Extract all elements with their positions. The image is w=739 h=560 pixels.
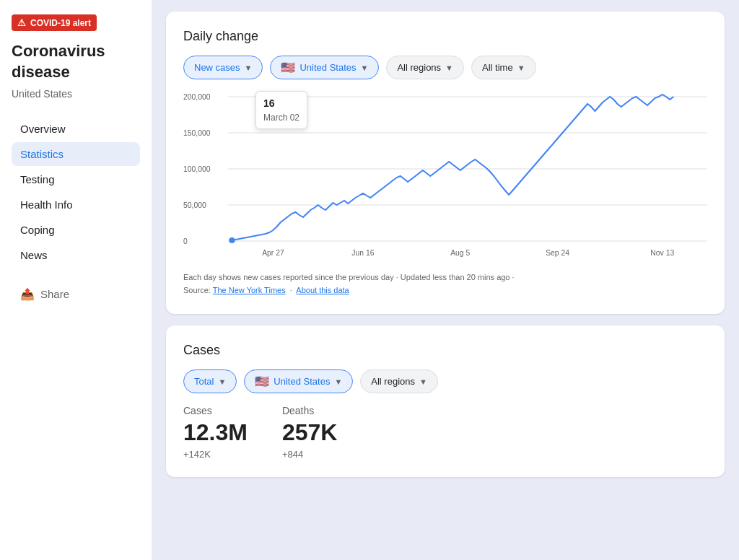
sidebar-subtitle: United States (12, 88, 140, 100)
sidebar-item-testing[interactable]: Testing (12, 167, 140, 191)
covid-alert-badge[interactable]: ⚠ COVID-19 alert (12, 14, 97, 31)
sidebar-item-news[interactable]: News (12, 243, 140, 267)
sidebar-item-overview[interactable]: Overview (12, 117, 140, 141)
region-dropdown-arrow: ▼ (445, 64, 453, 72)
filter-country-btn[interactable]: 🇺🇸 United States ▼ (270, 56, 379, 79)
filter-region-btn[interactable]: All regions ▼ (386, 56, 464, 79)
svg-point-15 (229, 237, 235, 243)
filter-country-label: United States (299, 62, 356, 73)
cases-stats: Cases 12.3M +142K Deaths 257K +844 (183, 405, 707, 460)
sidebar: ⚠ COVID-19 alert Coronavirus disease Uni… (0, 0, 152, 560)
time-dropdown-arrow: ▼ (517, 64, 525, 72)
cases-type-arrow: ▼ (218, 377, 226, 386)
us-flag-icon: 🇺🇸 (281, 61, 295, 74)
filter-type-btn[interactable]: New cases ▼ (183, 56, 263, 79)
svg-text:Nov 13: Nov 13 (650, 249, 674, 257)
cases-card: Cases Total ▼ 🇺🇸 United States ▼ All reg… (166, 325, 725, 477)
svg-text:50,000: 50,000 (183, 201, 206, 209)
chart-footer: Each day shows new cases reported since … (183, 271, 707, 297)
share-label: Share (40, 288, 69, 300)
alert-icon: ⚠ (17, 17, 26, 28)
deaths-change: +844 (282, 449, 338, 460)
alert-label: COVID-19 alert (30, 18, 91, 28)
cases-change: +142K (183, 449, 248, 460)
sidebar-nav: Overview Statistics Testing Health Info … (12, 117, 140, 267)
deaths-label: Deaths (282, 405, 338, 416)
cases-filter-country-label: United States (274, 376, 330, 387)
svg-text:Aug 5: Aug 5 (450, 249, 470, 257)
tooltip-date: March 02 (263, 111, 299, 124)
svg-text:200,000: 200,000 (183, 93, 211, 101)
cases-card-title: Cases (183, 343, 707, 358)
cases-region-arrow: ▼ (419, 377, 427, 386)
cases-label: Cases (183, 405, 248, 416)
cases-stat-block: Cases 12.3M +142K (183, 405, 248, 460)
main-content: Daily change New cases ▼ 🇺🇸 United State… (152, 0, 739, 560)
svg-text:100,000: 100,000 (183, 165, 211, 173)
deaths-stat-block: Deaths 257K +844 (282, 405, 338, 460)
sidebar-item-coping[interactable]: Coping (12, 218, 140, 242)
cases-filter-country-btn[interactable]: 🇺🇸 United States ▼ (244, 369, 353, 393)
chart-tooltip: 16 March 02 (255, 91, 307, 129)
daily-change-title: Daily change (183, 29, 707, 44)
cases-filters: Total ▼ 🇺🇸 United States ▼ All regions ▼ (183, 369, 707, 393)
cases-filter-type-btn[interactable]: Total ▼ (183, 369, 237, 393)
share-button[interactable]: 📤 Share (12, 281, 140, 307)
sidebar-title: Coronavirus disease (12, 41, 140, 82)
filter-time-btn[interactable]: All time ▼ (471, 56, 536, 79)
source-link[interactable]: The New York Times (213, 286, 286, 294)
footer-text: Each day shows new cases reported since … (183, 273, 515, 281)
deaths-value: 257K (282, 419, 338, 446)
filter-region-label: All regions (397, 62, 441, 73)
share-icon: 📤 (20, 287, 35, 301)
daily-change-card: Daily change New cases ▼ 🇺🇸 United State… (166, 12, 725, 314)
sidebar-item-health-info[interactable]: Health Info (12, 193, 140, 216)
filter-type-label: New cases (194, 62, 240, 73)
type-dropdown-arrow: ▼ (245, 64, 253, 72)
cases-us-flag-icon: 🇺🇸 (255, 375, 269, 388)
chart-area: 16 March 02 200,000 150,000 100,000 50,0… (183, 91, 707, 264)
filter-time-label: All time (482, 62, 513, 73)
sidebar-item-statistics[interactable]: Statistics (12, 142, 140, 166)
cases-filter-region-label: All regions (371, 376, 415, 387)
svg-text:Sep 24: Sep 24 (546, 249, 569, 257)
source-label: Source: (183, 286, 211, 294)
cases-value: 12.3M (183, 419, 248, 446)
cases-country-arrow: ▼ (334, 377, 342, 386)
svg-text:Jun 16: Jun 16 (351, 249, 374, 257)
cases-filter-region-btn[interactable]: All regions ▼ (360, 369, 438, 393)
about-link[interactable]: About this data (296, 286, 349, 294)
svg-text:Apr 27: Apr 27 (262, 249, 284, 257)
tooltip-value: 16 (263, 96, 299, 111)
country-dropdown-arrow: ▼ (361, 64, 369, 72)
svg-text:150,000: 150,000 (183, 129, 211, 137)
cases-filter-type-label: Total (194, 376, 214, 387)
svg-text:0: 0 (183, 237, 188, 245)
daily-change-filters: New cases ▼ 🇺🇸 United States ▼ All regio… (183, 56, 707, 79)
